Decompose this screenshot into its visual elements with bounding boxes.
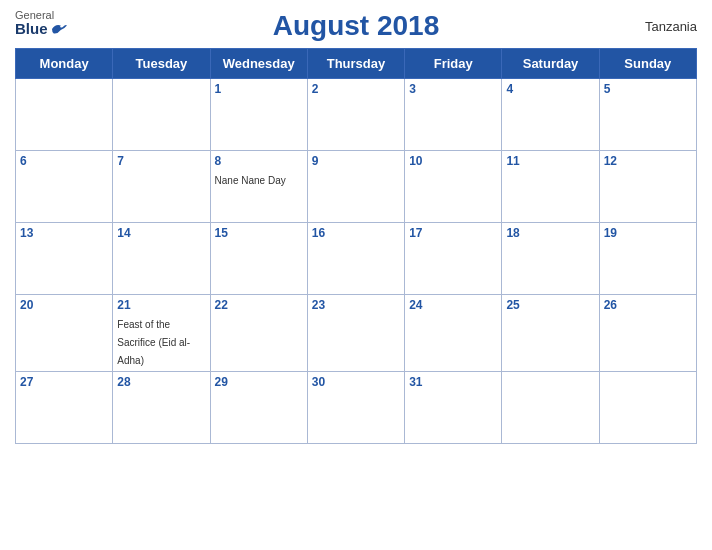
calendar-cell: 13 <box>16 223 113 295</box>
calendar-cell: 4 <box>502 79 599 151</box>
calendar-cell: 19 <box>599 223 696 295</box>
calendar-cell: 24 <box>405 295 502 372</box>
day-number: 23 <box>312 298 400 312</box>
logo-blue-text: Blue <box>15 21 68 36</box>
day-number: 21 <box>117 298 205 312</box>
day-number: 4 <box>506 82 594 96</box>
calendar-cell: 7 <box>113 151 210 223</box>
calendar-cell: 27 <box>16 372 113 444</box>
weekday-header-wednesday: Wednesday <box>210 49 307 79</box>
month-title: August 2018 <box>273 10 440 42</box>
calendar-cell: 14 <box>113 223 210 295</box>
day-number: 26 <box>604 298 692 312</box>
day-number: 28 <box>117 375 205 389</box>
calendar-week-row: 12345 <box>16 79 697 151</box>
calendar-cell: 26 <box>599 295 696 372</box>
day-number: 16 <box>312 226 400 240</box>
day-number: 31 <box>409 375 497 389</box>
day-number: 20 <box>20 298 108 312</box>
calendar-cell: 29 <box>210 372 307 444</box>
calendar-cell: 18 <box>502 223 599 295</box>
day-number: 5 <box>604 82 692 96</box>
day-number: 3 <box>409 82 497 96</box>
calendar-wrapper: General Blue August 2018 Tanzania Monday… <box>0 0 712 459</box>
calendar-cell: 1 <box>210 79 307 151</box>
weekday-header-sunday: Sunday <box>599 49 696 79</box>
day-number: 10 <box>409 154 497 168</box>
day-number: 13 <box>20 226 108 240</box>
calendar-cell: 11 <box>502 151 599 223</box>
day-number: 17 <box>409 226 497 240</box>
calendar-cell: 15 <box>210 223 307 295</box>
calendar-week-row: 13141516171819 <box>16 223 697 295</box>
calendar-cell: 22 <box>210 295 307 372</box>
calendar-cell: 9 <box>307 151 404 223</box>
calendar-cell: 25 <box>502 295 599 372</box>
day-number: 9 <box>312 154 400 168</box>
day-number: 15 <box>215 226 303 240</box>
weekday-header-monday: Monday <box>16 49 113 79</box>
logo-bird-icon <box>50 22 68 36</box>
calendar-cell: 2 <box>307 79 404 151</box>
calendar-cell: 6 <box>16 151 113 223</box>
calendar-week-row: 2021Feast of the Sacrifice (Eid al-Adha)… <box>16 295 697 372</box>
calendar-cell <box>502 372 599 444</box>
calendar-cell: 16 <box>307 223 404 295</box>
weekday-header-tuesday: Tuesday <box>113 49 210 79</box>
day-number: 29 <box>215 375 303 389</box>
day-number: 19 <box>604 226 692 240</box>
day-event: Nane Nane Day <box>215 175 286 186</box>
weekday-header-row: MondayTuesdayWednesdayThursdayFridaySatu… <box>16 49 697 79</box>
day-number: 22 <box>215 298 303 312</box>
day-number: 6 <box>20 154 108 168</box>
calendar-cell: 23 <box>307 295 404 372</box>
country-label: Tanzania <box>645 19 697 34</box>
calendar-cell: 30 <box>307 372 404 444</box>
calendar-cell: 20 <box>16 295 113 372</box>
day-number: 7 <box>117 154 205 168</box>
calendar-cell: 10 <box>405 151 502 223</box>
calendar-table: MondayTuesdayWednesdayThursdayFridaySatu… <box>15 48 697 444</box>
day-number: 25 <box>506 298 594 312</box>
day-number: 24 <box>409 298 497 312</box>
calendar-cell <box>599 372 696 444</box>
calendar-cell: 5 <box>599 79 696 151</box>
day-number: 18 <box>506 226 594 240</box>
logo-area: General Blue <box>15 10 68 36</box>
day-number: 8 <box>215 154 303 168</box>
weekday-header-friday: Friday <box>405 49 502 79</box>
calendar-cell <box>16 79 113 151</box>
calendar-cell: 31 <box>405 372 502 444</box>
day-number: 30 <box>312 375 400 389</box>
calendar-cell <box>113 79 210 151</box>
calendar-week-row: 678Nane Nane Day9101112 <box>16 151 697 223</box>
calendar-cell: 28 <box>113 372 210 444</box>
day-number: 2 <box>312 82 400 96</box>
weekday-header-saturday: Saturday <box>502 49 599 79</box>
day-number: 14 <box>117 226 205 240</box>
calendar-cell: 17 <box>405 223 502 295</box>
day-number: 12 <box>604 154 692 168</box>
calendar-cell: 8Nane Nane Day <box>210 151 307 223</box>
calendar-cell: 21Feast of the Sacrifice (Eid al-Adha) <box>113 295 210 372</box>
day-number: 27 <box>20 375 108 389</box>
day-event: Feast of the Sacrifice (Eid al-Adha) <box>117 319 190 366</box>
day-number: 11 <box>506 154 594 168</box>
calendar-cell: 3 <box>405 79 502 151</box>
day-number: 1 <box>215 82 303 96</box>
calendar-week-row: 2728293031 <box>16 372 697 444</box>
calendar-header: General Blue August 2018 Tanzania <box>15 10 697 42</box>
weekday-header-thursday: Thursday <box>307 49 404 79</box>
calendar-cell: 12 <box>599 151 696 223</box>
